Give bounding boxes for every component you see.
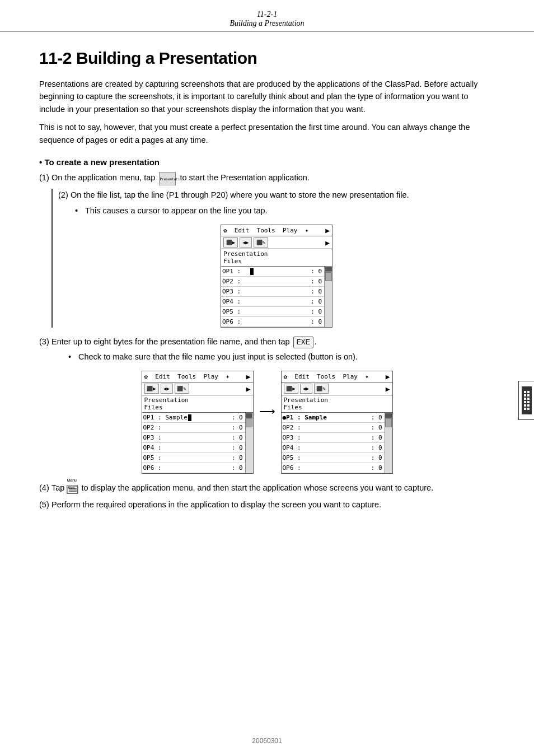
menu-sup-label: Menu [67,478,77,484]
footer-code: 20060301 [252,737,282,745]
screen2b-header: Presentation Files [282,395,392,413]
table-row: OP2 : : 0 [282,423,385,433]
screen2a-expand: ▶ [246,372,251,381]
screen2b-arrow: ▶ [386,385,390,393]
screen1-header1: Presentation [223,250,330,258]
intro-para-1: Presentations are created by capturing s… [39,78,495,115]
step-4-text: Tap Menu to display the application menu… [51,482,433,494]
step-2-sub: This causes a cursor to appear on the li… [75,204,495,217]
page-header: 11-2-1 Building a Presentation [0,0,534,32]
screen1-scrollbar[interactable] [324,267,332,327]
step-1-num: (1) [39,171,51,184]
table-row: OP3 : : 0 [282,433,385,443]
step-2: (2) On the file list, tap the line (P1 t… [53,189,495,201]
section-heading-text: • To create a new presentation [39,157,160,167]
screen2a-btn1[interactable]: ⬛▶ [144,384,159,394]
screen1-expand-icon: ▶ [325,226,330,235]
table-row: OP1 : : 0 [221,267,324,277]
screen1-menubar: ✿ Edit Tools Play ✦ ▶ [221,225,332,236]
menu-icon-svg [67,486,78,494]
sidebar-tab-inner [522,386,532,414]
screen2a-rows-container: OP1 : Sample : 0 OP2 : : 0 OP3 : [142,413,253,473]
step-4-num: (4) [39,482,51,494]
screen1: ✿ Edit Tools Play ✦ ▶ ⬛▶ ◀▶ ⬛✎ ▶ Present… [221,225,332,328]
sidebar-tab[interactable] [518,381,534,420]
screen1-btn1[interactable]: ⬛▶ [223,237,238,248]
screen2b-toolbar: ⬛▶ ◀▶ ⬛✎ ▶ [282,382,392,395]
screen1-container: ✿ Edit Tools Play ✦ ▶ ⬛▶ ◀▶ ⬛✎ ▶ Present… [58,225,495,328]
cursor [188,414,191,421]
screen2a-scrollbar[interactable] [245,413,253,473]
table-row: OP2 : : 0 [142,423,245,433]
screen2a-menubar: ✿ Edit Tools Play ✦ ▶ [142,371,253,382]
table-row: OP4 : : 0 [142,443,245,453]
table-row: OP1 : Sample : 0 [142,413,245,423]
screen2a-header: Presentation Files [142,395,253,413]
screen2b-rows-container: ●P1 : Sample : 0 OP2 : : 0 OP3 : [282,413,392,473]
table-row: OP6 : : 0 [142,463,245,473]
screen1-rows-list: OP1 : : 0 OP2 : : 0 [221,267,324,327]
step-5-num: (5) [39,498,51,511]
screen2a-btn3[interactable]: ⬛✎ [175,384,189,394]
screen2a-btn2[interactable]: ◀▶ [161,384,173,394]
exe-key: EXE [293,337,313,348]
step-3-text: Enter up to eight bytes for the presenta… [51,335,317,348]
screen2b-menubar: ✿ Edit Tools Play ✦ ▶ [282,371,392,382]
two-screens-container: ✿ Edit Tools Play ✦ ▶ ⬛▶ ◀▶ ⬛✎ ▶ Present… [39,371,495,474]
arrow-between-screens: ⟶ [254,371,281,418]
screen2b-btn2[interactable]: ◀▶ [300,384,312,394]
page-subtitle: Building a Presentation [0,19,534,28]
screen2b-rows-list: ●P1 : Sample : 0 OP2 : : 0 OP3 : [282,413,385,473]
step-2-text: On the file list, tap the line (P1 throu… [71,189,409,201]
step-4: (4) Tap Menu to display the application … [39,482,495,494]
screen2a-rows-list: OP1 : Sample : 0 OP2 : : 0 OP3 : [142,413,245,473]
step-5: (5) Perform the required operations in t… [39,498,495,511]
screen2a-toolbar: ⬛▶ ◀▶ ⬛✎ ▶ [142,382,253,395]
sidebar-tab-dots [524,391,530,410]
step-3: (3) Enter up to eight bytes for the pres… [39,335,495,348]
menu-icon [67,485,78,494]
step-2-num: (2) [58,189,71,201]
step-3-sub: Check to make sure that the file name yo… [68,351,495,363]
screen2a-arrow: ▶ [246,385,251,393]
table-row: OP2 : : 0 [221,277,324,287]
cursor [250,268,254,275]
intro-para-2: This is not to say, however, that you mu… [39,121,495,146]
step-2-block: (2) On the file list, tap the line (P1 t… [51,189,495,328]
page-footer: 20060301 [0,737,534,745]
page-number: 11-2-1 [0,10,534,19]
section-heading: • To create a new presentation [39,157,495,167]
screen2b-btn3[interactable]: ⬛✎ [314,384,329,394]
right-arrow-icon: ⟶ [259,404,275,418]
screen1-header2: Files [223,258,330,265]
table-row: OP4 : : 0 [221,297,324,307]
screen1-btn2[interactable]: ◀▶ [240,237,252,248]
table-row: OP5 : : 0 [221,307,324,317]
step-3-num: (3) [39,335,51,348]
table-row: OP3 : : 0 [221,287,324,297]
screen1-menubar-text: ✿ Edit Tools Play ✦ [223,227,308,234]
menu-icon-wrapper: Menu [67,482,79,494]
screen1-toolbar-arrow: ▶ [325,239,330,247]
screen2b-expand: ▶ [386,372,390,381]
screen1-toolbar: ⬛▶ ◀▶ ⬛✎ ▶ [221,236,332,249]
screen2b-scrollbar[interactable] [385,413,392,473]
table-row: OP6 : : 0 [282,463,385,473]
step-5-text: Perform the required operations in the a… [51,498,381,511]
table-row: ●P1 : Sample : 0 [282,413,385,423]
screen1-header: Presentation Files [221,249,332,267]
table-row: OP4 : : 0 [282,443,385,453]
table-row: OP5 : : 0 [142,453,245,463]
table-row: OP5 : : 0 [282,453,385,463]
chapter-title: 11-2 Building a Presentation [39,49,495,68]
presentation-app-icon: Presentati... [159,172,176,185]
table-row: OP3 : : 0 [142,433,245,443]
main-content: 11-2 Building a Presentation Presentatio… [0,32,534,531]
screen1-btn3[interactable]: ⬛✎ [254,237,268,248]
screen2a: ✿ Edit Tools Play ✦ ▶ ⬛▶ ◀▶ ⬛✎ ▶ Present… [142,371,254,474]
table-row: OP6 : : 0 [221,317,324,327]
step-1-text: On the application menu, tap Presentati.… [51,171,310,185]
screen2b-btn1[interactable]: ⬛▶ [284,384,298,394]
step-1: (1) On the application menu, tap Present… [39,171,495,185]
screen2b: ✿ Edit Tools Play ✦ ▶ ⬛▶ ◀▶ ⬛✎ ▶ Present… [281,371,393,474]
